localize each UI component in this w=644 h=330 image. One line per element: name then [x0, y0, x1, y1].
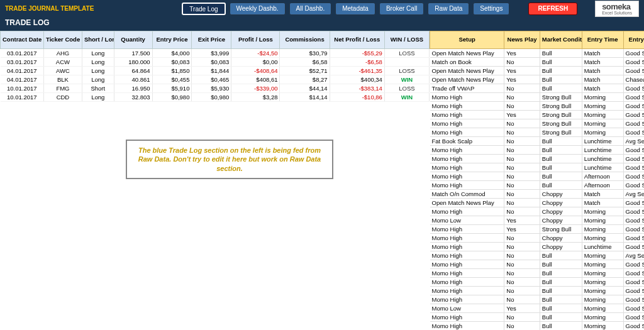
table-row[interactable]: Momo HighNoBullMorningGood Se — [430, 269, 645, 278]
table-row[interactable]: Open Match News PlayYesBullMatchGood Se — [430, 49, 645, 58]
cell: Morning — [582, 313, 623, 322]
cell: $1,850 — [152, 67, 192, 75]
table-row[interactable]: 10.01.2017CDDLong32.803$0,980$0,980$3,28… — [1, 93, 430, 102]
cell: No — [504, 322, 540, 331]
cell: Morning — [582, 207, 623, 216]
cell: Match — [582, 190, 623, 199]
cell: Momo High — [430, 146, 504, 155]
cell: No — [504, 84, 540, 93]
cell: Strong Bull — [540, 102, 582, 111]
cell: $0,465 — [192, 75, 231, 84]
cell: Afternoon — [582, 181, 623, 190]
col-header: Entry Q — [623, 31, 644, 49]
cell: Match O/n Commod — [430, 190, 504, 199]
cell: Good Se — [623, 67, 644, 75]
table-row[interactable]: Momo HighNoChoppyLunchtimeGood Se — [430, 243, 645, 251]
cell: No — [504, 128, 540, 137]
tab-weekly-dashb[interactable]: Weekly Dashb. — [230, 3, 286, 15]
col-header: Ticker Code — [44, 31, 82, 49]
table-row[interactable]: Momo HighNoStrong BullMorningGood Se — [430, 102, 645, 111]
tab-broker-call[interactable]: Broker Call — [379, 3, 424, 15]
tab-settings[interactable]: Settings — [473, 3, 509, 15]
table-row[interactable]: Momo HighNoBullLunchtimeGood Se — [430, 146, 645, 155]
table-row[interactable]: 03.01.2017AHGLong17.500$4,000$3,999-$24,… — [1, 49, 430, 58]
table-row[interactable]: Open Match News PlayYesBullMatchGood Se — [430, 67, 645, 75]
cell: Good Se — [623, 58, 644, 67]
cell: Yes — [504, 225, 540, 234]
cell: Momo High — [430, 287, 504, 295]
cell: Good Se — [623, 313, 644, 322]
col-header: Exit Price — [192, 31, 231, 49]
table-row[interactable]: Momo HighYesStrong BullMorningGood Se — [430, 225, 645, 234]
cell: Momo High — [430, 251, 504, 260]
cell: Bull — [540, 84, 582, 93]
cell: No — [504, 119, 540, 128]
cell: Bull — [540, 313, 582, 322]
table-row[interactable]: Momo HighNoBullMorningGood Se — [430, 322, 645, 331]
cell: 10.01.2017 — [1, 93, 44, 102]
cell: Good Se — [623, 84, 644, 93]
cell: Good Se — [623, 163, 644, 172]
cell: $0,980 — [192, 93, 231, 102]
tab-trade-log[interactable]: Trade Log — [182, 3, 225, 15]
cell: Choppy — [540, 199, 582, 207]
cell: Morning — [582, 93, 623, 102]
table-row[interactable]: Momo HighNoBullAfternoonGood Se — [430, 172, 645, 181]
table-row[interactable]: Match O/n CommodNoChoppyMatchAvg Setu — [430, 190, 645, 199]
table-row[interactable]: Momo HighNoStrong BullMorningGood Se — [430, 128, 645, 137]
table-row[interactable]: Open Match News PlayYesBullMatchChased — [430, 75, 645, 84]
cell: Momo High — [430, 111, 504, 119]
table-row[interactable]: Momo HighNoChoppyMorningGood Se — [430, 234, 645, 243]
cell: ACW — [44, 58, 82, 67]
tab-all-dashb[interactable]: All Dashb. — [289, 3, 332, 15]
cell: Momo High — [430, 155, 504, 163]
table-row[interactable]: Momo HighNoStrong BullMorningGood Se — [430, 119, 645, 128]
table-row[interactable]: 04.01.2017BLKLong40.861$0,455$0,465$408,… — [1, 75, 430, 84]
cell: No — [504, 313, 540, 322]
table-row[interactable]: Momo HighNoBullLunchtimeGood Se — [430, 155, 645, 163]
table-row[interactable]: Momo HighNoBullMorningGood Se — [430, 287, 645, 295]
table-row[interactable]: Momo HighNoBullMorningGood Se — [430, 295, 645, 304]
content-area: Contract Date (calc)Ticker CodeShort / L… — [0, 31, 644, 330]
table-row[interactable]: 04.01.2017AWCLong64.864$1,850$1,844-$408… — [1, 67, 430, 75]
col-header: Market Conditions — [540, 31, 582, 49]
table-row[interactable]: Momo HighNoBullLunchtimeGood Se — [430, 163, 645, 172]
cell: Bull — [540, 295, 582, 304]
cell: No — [504, 137, 540, 146]
table-row[interactable]: Momo LowYesBullMorningGood Se — [430, 304, 645, 313]
col-header: WIN / LOSS — [384, 31, 429, 49]
cell: Match — [582, 84, 623, 93]
cell: No — [504, 146, 540, 155]
table-row[interactable]: Momo HighNoBullMorningGood Se — [430, 278, 645, 287]
cell: $5,910 — [152, 84, 192, 93]
table-row[interactable]: Momo HighNoBullMorningGood Se — [430, 313, 645, 322]
table-row[interactable]: 10.01.2017FMGShort16.950$5,910$5,930-$33… — [1, 84, 430, 93]
table-row[interactable]: Momo HighNoBullAfternoonGood Se — [430, 181, 645, 190]
table-row[interactable]: Trade off VWAPNoBullMatchGood Se — [430, 84, 645, 93]
cell: Good Se — [623, 93, 644, 102]
cell: Good Se — [623, 111, 644, 119]
cell: 17.500 — [114, 49, 152, 58]
table-row[interactable]: Momo HighNoBullMorningGood Se — [430, 260, 645, 269]
cell: Bull — [540, 287, 582, 295]
cell: 04.01.2017 — [1, 75, 44, 84]
cell: No — [504, 278, 540, 287]
refresh-button[interactable]: REFRESH — [528, 3, 577, 15]
table-row[interactable]: 03.01.2017ACWLong180.000$0,083$0,083$0,0… — [1, 58, 430, 67]
table-row[interactable]: Momo LowYesChoppyMorningGood Se — [430, 216, 645, 225]
cell: Morning — [582, 216, 623, 225]
cell: 32.803 — [114, 93, 152, 102]
cell: Bull — [540, 260, 582, 269]
tab-metadata[interactable]: Metadata — [335, 3, 375, 15]
table-row[interactable]: Momo HighNoBullMorningAvg Setu — [430, 251, 645, 260]
cell: Momo High — [430, 163, 504, 172]
table-row[interactable]: Fat Book ScalpNoBullLunchtimeAvg Setu — [430, 137, 645, 146]
table-row[interactable]: Momo HighNoChoppyMorningGood Se — [430, 207, 645, 216]
table-row[interactable]: Momo HighNoStrong BullMorningGood Se — [430, 93, 645, 102]
tab-raw-data[interactable]: Raw Data — [428, 3, 469, 15]
cell: Morning — [582, 260, 623, 269]
table-row[interactable]: Open Match News PlayNoChoppyMatchGood Se — [430, 199, 645, 207]
cell: No — [504, 163, 540, 172]
table-row[interactable]: Momo HighYesStrong BullMorningGood Se — [430, 111, 645, 119]
table-row[interactable]: Match on BookNoBullMatchGood Se — [430, 58, 645, 67]
